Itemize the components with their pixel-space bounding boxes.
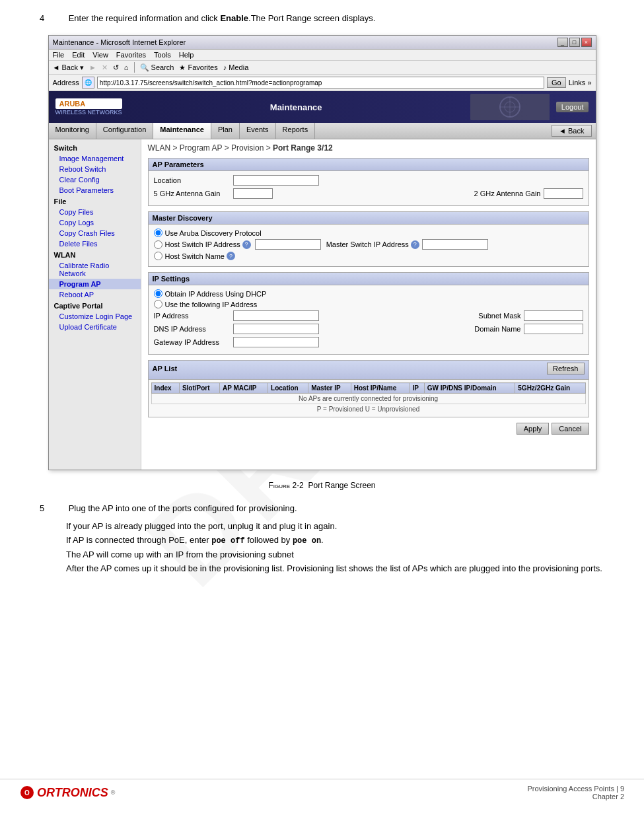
back-button[interactable]: ◄ Back ▾ xyxy=(53,63,84,72)
sidebar-clear-config[interactable]: Clear Config xyxy=(49,174,141,185)
sidebar-boot-parameters[interactable]: Boot Parameters xyxy=(49,185,141,196)
refresh-button[interactable]: ↺ xyxy=(113,63,119,72)
nav-maintenance[interactable]: Maintenance xyxy=(153,123,211,139)
media-button[interactable]: ♪ Media xyxy=(223,63,249,71)
ortronics-brand: ORTRONICS xyxy=(37,786,108,800)
gateway-input[interactable] xyxy=(233,337,319,347)
forward-button[interactable]: ► xyxy=(89,63,96,71)
sidebar-delete-files[interactable]: Delete Files xyxy=(49,238,141,249)
antenna-5ghz-label: 5 GHz Antenna Gain xyxy=(154,190,233,197)
step-4-text: 4 Enter the required information and cli… xyxy=(40,13,604,23)
ap-list-legend: P = Provisioned U = Unprovisioned xyxy=(151,404,586,414)
go-button[interactable]: Go xyxy=(547,77,566,88)
figure-caption: Figure 2-2 Port Range Screen xyxy=(40,481,604,490)
help-icon-3[interactable]: ? xyxy=(227,252,235,260)
favorites-button[interactable]: ★ Favorites xyxy=(179,63,217,72)
ip-dhcp-radio[interactable] xyxy=(154,289,162,298)
browser-addressbar: Address 🌐 Go Links » xyxy=(49,75,596,91)
domain-label: Domain Name xyxy=(474,325,520,333)
sidebar-customize-login[interactable]: Customize Login Page xyxy=(49,311,141,322)
footer-text: Provisioning Access Points | 9 Chapter 2 xyxy=(527,785,624,801)
search-button[interactable]: 🔍 Search xyxy=(140,63,174,72)
discovery-radio2-label: Host Switch IP Address xyxy=(165,240,240,248)
location-row: Location xyxy=(154,175,583,186)
browser-toolbar: ◄ Back ▾ ► ✕ ↺ ⌂ 🔍 Search ★ Favorites ♪ … xyxy=(49,61,596,75)
sidebar-copy-crash-files[interactable]: Copy Crash Files xyxy=(49,228,141,238)
app-logo: ARUBA WIRELESS NETWORKS xyxy=(55,98,122,116)
ip-static-radio[interactable] xyxy=(154,300,162,308)
stop-button[interactable]: ✕ xyxy=(102,63,108,72)
sidebar-copy-files[interactable]: Copy Files xyxy=(49,207,141,217)
sidebar-reboot-switch[interactable]: Reboot Switch xyxy=(49,164,141,174)
ap-parameters-section: AP Parameters Location 5 GHz Antenna Gai… xyxy=(148,158,589,206)
menu-favorites[interactable]: Favorites xyxy=(116,51,146,59)
menu-edit[interactable]: Edit xyxy=(72,51,85,59)
step-5: 5 Plug the AP into one of the ports conf… xyxy=(40,503,604,513)
antenna-2ghz-input[interactable] xyxy=(544,188,583,199)
help-icon-1[interactable]: ? xyxy=(242,240,251,249)
browser-window: Maintenance - Microsoft Internet Explore… xyxy=(48,35,596,470)
subnet-mask-label: Subnet Mask xyxy=(478,312,520,320)
sidebar-section-file: File xyxy=(49,196,141,207)
nav-plan[interactable]: Plan xyxy=(211,123,240,139)
discovery-radio3[interactable] xyxy=(154,252,162,260)
sidebar-program-ap[interactable]: Program AP xyxy=(49,279,141,289)
logout-button[interactable]: Logout xyxy=(556,102,589,112)
logo-subtitle: WIRELESS NETWORKS xyxy=(55,109,122,116)
step-5-number: 5 xyxy=(40,503,66,513)
content-area: WLAN > Program AP > Provision > Port Ran… xyxy=(141,139,596,470)
master-switch-ip-input[interactable] xyxy=(422,239,488,250)
nav-reports[interactable]: Reports xyxy=(276,123,316,139)
ip-radio1-row: Obtain IP Address Using DHCP xyxy=(154,289,583,298)
sidebar-copy-logs[interactable]: Copy Logs xyxy=(49,217,141,228)
app-header-title: Maintenance xyxy=(270,102,322,112)
step-5-sub2: If AP is connected through PoE, enter po… xyxy=(66,535,604,546)
ap-empty-msg: No APs are currently connected for provi… xyxy=(151,394,585,404)
location-input[interactable] xyxy=(233,175,319,186)
app-main: Switch Image Management Reboot Switch Cl… xyxy=(49,139,596,470)
menu-help[interactable]: Help xyxy=(179,51,194,59)
browser-title: Maintenance - Microsoft Internet Explore… xyxy=(53,38,186,46)
discovery-radio1[interactable] xyxy=(154,229,162,237)
nav-events[interactable]: Events xyxy=(240,123,276,139)
discovery-radio2[interactable] xyxy=(154,240,162,249)
discovery-radio1-row: Use Aruba Discovery Protocol xyxy=(154,229,583,237)
sidebar-calibrate-radio[interactable]: Calibrate Radio Network xyxy=(49,260,141,279)
ortronics-logo-icon: O xyxy=(20,785,34,800)
menu-file[interactable]: File xyxy=(53,51,65,59)
dns-input[interactable] xyxy=(233,324,319,334)
col-index: Index xyxy=(151,383,179,394)
nav-monitoring[interactable]: Monitoring xyxy=(49,123,96,139)
nav-configuration[interactable]: Configuration xyxy=(96,123,153,139)
subnet-mask-input[interactable] xyxy=(524,310,583,321)
sidebar-upload-cert[interactable]: Upload Certificate xyxy=(49,322,141,332)
sidebar-reboot-ap[interactable]: Reboot AP xyxy=(49,289,141,300)
dns-row: DNS IP Address Domain Name xyxy=(154,324,583,334)
host-switch-ip-input[interactable] xyxy=(255,239,321,250)
sidebar-image-management[interactable]: Image Management xyxy=(49,153,141,164)
cancel-button[interactable]: Cancel xyxy=(552,423,589,435)
ap-table-header: Index Slot/Port AP MAC/IP Location Maste… xyxy=(151,383,585,394)
master-discovery-header: Master Discovery xyxy=(149,212,589,225)
antenna-5ghz-input[interactable] xyxy=(233,188,273,199)
address-input[interactable] xyxy=(97,77,544,89)
bottom-buttons: Apply Cancel xyxy=(148,423,589,435)
browser-titlebar: Maintenance - Microsoft Internet Explore… xyxy=(49,36,596,50)
menu-tools[interactable]: Tools xyxy=(154,51,171,59)
ip-address-input[interactable] xyxy=(233,310,319,321)
home-button[interactable]: ⌂ xyxy=(124,63,129,71)
minimize-button[interactable]: _ xyxy=(557,38,568,47)
apply-button[interactable]: Apply xyxy=(517,423,550,435)
refresh-button[interactable]: Refresh xyxy=(547,363,585,374)
ap-list-header-bar: AP List Refresh xyxy=(149,361,589,380)
maximize-button[interactable]: □ xyxy=(569,38,580,47)
menu-view[interactable]: View xyxy=(92,51,108,59)
browser-controls: _ □ × xyxy=(557,38,592,47)
address-label: Address xyxy=(53,79,79,87)
back-button[interactable]: ◄ Back xyxy=(552,125,591,137)
domain-input[interactable] xyxy=(524,324,583,334)
close-button[interactable]: × xyxy=(581,38,592,47)
discovery-radio1-label: Use Aruba Discovery Protocol xyxy=(165,229,262,237)
help-icon-2[interactable]: ? xyxy=(411,240,419,249)
discovery-radio3-row: Host Switch Name ? xyxy=(154,252,583,260)
